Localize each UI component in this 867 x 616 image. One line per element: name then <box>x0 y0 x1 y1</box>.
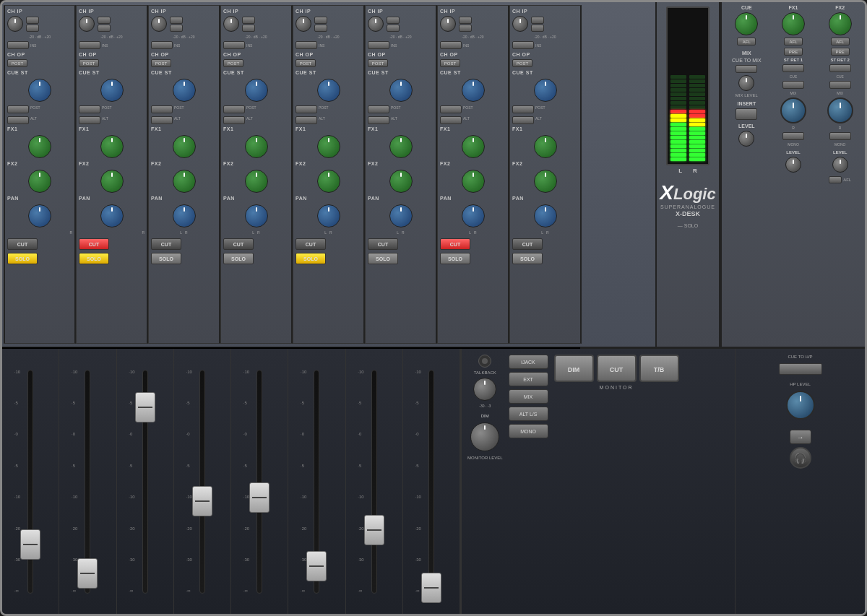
post-cue-btn-8[interactable] <box>512 105 534 113</box>
input-trim-knob-6[interactable] <box>368 16 384 32</box>
st-ret2-knob[interactable] <box>827 97 853 123</box>
alt-btn-14[interactable] <box>459 25 472 32</box>
fx2-knob-7[interactable] <box>462 170 485 193</box>
ins-btn-5[interactable] <box>296 41 317 49</box>
post-cue-btn-2[interactable] <box>79 105 100 113</box>
alt-btn-10[interactable] <box>314 25 327 32</box>
level-knob-fx2[interactable] <box>832 157 848 173</box>
input-trim-knob-8[interactable] <box>512 16 528 32</box>
solo-btn-3[interactable]: SOLO <box>151 253 181 264</box>
fx2-knob-3[interactable] <box>173 170 196 193</box>
solo-btn-4[interactable]: SOLO <box>223 253 254 264</box>
solo-btn-1[interactable]: SOLO <box>7 253 38 264</box>
st-ret2-cue-btn[interactable] <box>829 64 851 72</box>
cue-knob-1[interactable] <box>28 79 51 102</box>
fx2-knob-1[interactable] <box>28 170 51 193</box>
alt-cue-btn-7[interactable] <box>440 116 462 124</box>
post-btn-5[interactable]: POST <box>296 59 316 67</box>
alt-btn-9[interactable] <box>314 17 327 24</box>
level-knob-fx1[interactable] <box>785 157 801 173</box>
fx1-afl-btn[interactable]: AFL <box>784 38 803 45</box>
pan-knob-6[interactable] <box>389 204 413 227</box>
cut-btn-8[interactable]: CUT <box>512 238 543 250</box>
fader-handle-1[interactable] <box>20 529 40 560</box>
solo-btn-7[interactable]: SOLO <box>440 253 470 264</box>
mono-btn-fx1[interactable] <box>782 132 804 140</box>
fader-handle-3[interactable] <box>135 392 155 422</box>
fx1-knob-1[interactable] <box>28 135 51 158</box>
fx1-knob-3[interactable] <box>173 135 196 158</box>
alt-cue-btn-6[interactable] <box>368 116 389 124</box>
st-ret1-knob[interactable] <box>780 97 806 123</box>
fx1-knob-6[interactable] <box>389 135 413 158</box>
cut-btn-7[interactable]: CUT <box>440 238 470 250</box>
alt-cue-btn-3[interactable] <box>151 116 173 124</box>
post-cue-btn-1[interactable] <box>7 105 29 113</box>
input-trim-knob-5[interactable] <box>296 16 311 32</box>
post-btn-3[interactable]: POST <box>151 59 171 67</box>
alt-btn2-1[interactable] <box>26 25 39 32</box>
cut-btn-4[interactable]: CUT <box>223 238 254 250</box>
cut-btn-1[interactable]: CUT <box>7 238 38 250</box>
ins-btn-8[interactable] <box>512 41 534 49</box>
pan-knob-3[interactable] <box>173 204 196 227</box>
pan-knob-5[interactable] <box>317 204 340 227</box>
mix-level-knob[interactable] <box>738 75 754 91</box>
post-cue-btn-7[interactable] <box>440 105 462 113</box>
hp-arrow-btn[interactable]: → <box>790 430 811 444</box>
level-knob-mix[interactable] <box>738 131 754 147</box>
fx1-knob-4[interactable] <box>245 135 268 158</box>
alt-btn-11[interactable] <box>387 17 400 24</box>
pan-knob-2[interactable] <box>100 204 124 227</box>
fx1-knob-2[interactable] <box>100 135 124 158</box>
alt-ls-btn[interactable]: ALT L/S <box>509 407 548 421</box>
fx1-pre-btn[interactable]: PRE <box>784 48 803 56</box>
alt-btn4[interactable] <box>98 25 111 32</box>
cue-afl-btn[interactable]: AFL <box>737 38 756 45</box>
fader-handle-4[interactable] <box>192 486 212 516</box>
cue-knob-7[interactable] <box>462 79 485 102</box>
fx2-knob-4[interactable] <box>245 170 268 193</box>
alt-btn-16[interactable] <box>531 25 544 32</box>
cut-btn-3[interactable]: CUT <box>151 238 181 250</box>
fx2-knob-5[interactable] <box>317 170 340 193</box>
fx2-master-knob[interactable] <box>829 12 852 35</box>
cue-master-knob[interactable] <box>735 12 758 35</box>
mono-btn-fx2[interactable] <box>829 132 851 140</box>
insert-fader[interactable] <box>736 108 757 120</box>
cut-btn-6[interactable]: CUT <box>368 238 398 250</box>
post-cue-btn-4[interactable] <box>223 105 245 113</box>
cue-to-mix-btn[interactable] <box>736 65 757 73</box>
pan-knob-7[interactable] <box>462 204 485 227</box>
fx1-knob-7[interactable] <box>462 135 485 158</box>
alt-cue-btn-2[interactable] <box>79 116 100 124</box>
post-btn-6[interactable]: POST <box>368 59 388 67</box>
post-cue-btn-3[interactable] <box>151 105 173 113</box>
alt-btn-6[interactable] <box>170 25 183 32</box>
ijack-btn[interactable]: iJACK <box>509 355 548 369</box>
dim-btn[interactable]: DIM <box>554 355 594 382</box>
input-trim-knob-2[interactable] <box>79 16 95 32</box>
fx1-knob-5[interactable] <box>317 135 340 158</box>
alt-btn-7[interactable] <box>242 17 255 24</box>
ins-btn-6[interactable] <box>368 41 389 49</box>
alt-btn-3[interactable] <box>98 17 111 24</box>
hp-level-knob[interactable] <box>786 391 815 420</box>
alt-btn-1[interactable] <box>26 17 39 24</box>
mix-mon-btn[interactable]: MIX <box>509 389 548 404</box>
solo-btn-6[interactable]: SOLO <box>368 253 398 264</box>
fader-handle-5[interactable] <box>249 482 269 513</box>
cue-knob-5[interactable] <box>317 79 340 102</box>
ins-btn-7[interactable] <box>440 41 462 49</box>
pan-knob-8[interactable] <box>534 204 557 227</box>
post-cue-btn-5[interactable] <box>296 105 317 113</box>
fader-handle-6[interactable] <box>306 551 327 581</box>
ins-btn-4[interactable] <box>223 41 245 49</box>
alt-btn-12[interactable] <box>387 25 400 32</box>
cut-btn-2[interactable]: CUT <box>79 238 109 250</box>
dim-knob[interactable] <box>470 422 499 451</box>
ext-btn[interactable]: EXT <box>509 372 548 386</box>
pan-knob-1[interactable] <box>28 204 51 227</box>
st-ret1-cue-btn[interactable] <box>782 64 804 72</box>
fader-handle-7[interactable] <box>364 515 384 545</box>
